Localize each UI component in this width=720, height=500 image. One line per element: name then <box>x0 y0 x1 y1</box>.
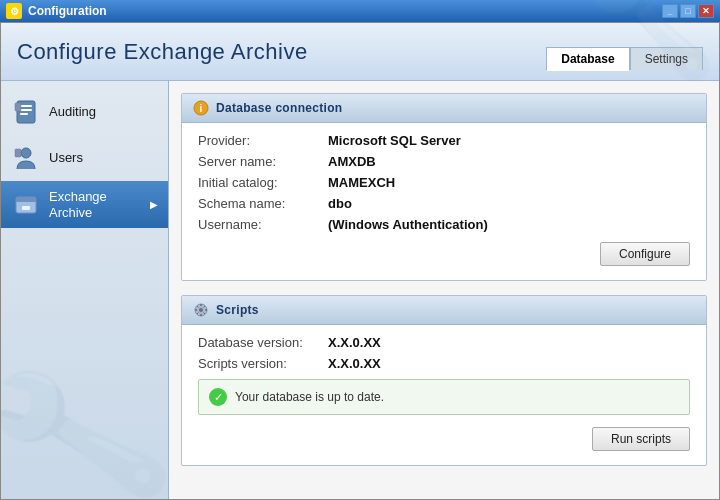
main-panel: i Database connection Provider: Microsof… <box>169 81 719 499</box>
content-area: Auditing Users <box>1 81 719 499</box>
scripts-version-label: Scripts version: <box>198 356 328 371</box>
configure-btn-row: Configure <box>198 238 690 266</box>
auditing-icon <box>11 97 41 127</box>
svg-point-5 <box>21 148 31 158</box>
schema-name-value: dbo <box>328 196 352 211</box>
provider-row: Provider: Microsoft SQL Server <box>198 133 690 148</box>
tab-settings[interactable]: Settings <box>630 47 703 70</box>
server-name-label: Server name: <box>198 154 328 169</box>
db-connection-header: i Database connection <box>182 94 706 123</box>
initial-catalog-value: MAMEXCH <box>328 175 395 190</box>
initial-catalog-row: Initial catalog: MAMEXCH <box>198 175 690 190</box>
sidebar-item-exchange-archive[interactable]: Exchange Archive ▶ <box>1 181 168 228</box>
configure-button[interactable]: Configure <box>600 242 690 266</box>
scripts-body: Database version: X.X.0.XX Scripts versi… <box>182 325 706 465</box>
header-tabs[interactable]: Database Settings <box>546 47 703 70</box>
schema-name-label: Schema name: <box>198 196 328 211</box>
window-title: Configuration <box>28 4 107 18</box>
server-name-value: AMXDB <box>328 154 376 169</box>
svg-rect-2 <box>20 109 32 111</box>
run-scripts-btn-row: Run scripts <box>198 423 690 451</box>
svg-rect-1 <box>20 105 32 107</box>
scripts-title: Scripts <box>216 303 259 317</box>
page-title: Configure Exchange Archive <box>17 39 308 65</box>
exchange-archive-label: Exchange Archive <box>49 189 142 220</box>
header: Configure Exchange Archive 🔧 Database Se… <box>1 23 719 81</box>
close-button[interactable]: ✕ <box>698 4 714 18</box>
sidebar-item-users[interactable]: Users <box>1 135 168 181</box>
main-window: Configure Exchange Archive 🔧 Database Se… <box>0 22 720 500</box>
provider-value: Microsoft SQL Server <box>328 133 461 148</box>
svg-text:i: i <box>200 103 203 114</box>
sidebar-item-auditing[interactable]: Auditing <box>1 89 168 135</box>
db-connection-title: Database connection <box>216 101 342 115</box>
app-icon: ⚙ <box>6 3 22 19</box>
arrow-icon: ▶ <box>150 199 158 210</box>
initial-catalog-label: Initial catalog: <box>198 175 328 190</box>
users-label: Users <box>49 150 83 166</box>
svg-rect-3 <box>20 113 28 115</box>
scripts-version-value: X.X.0.XX <box>328 356 381 371</box>
sidebar: Auditing Users <box>1 81 169 499</box>
schema-name-row: Schema name: dbo <box>198 196 690 211</box>
tab-database[interactable]: Database <box>546 47 629 71</box>
svg-rect-6 <box>15 149 21 157</box>
svg-rect-9 <box>22 206 30 210</box>
sidebar-bg-icon: 🔧 <box>1 334 169 499</box>
exchange-archive-icon <box>11 190 41 220</box>
scripts-section: Scripts Database version: X.X.0.XX Scrip… <box>181 295 707 466</box>
svg-rect-4 <box>15 103 21 111</box>
server-name-row: Server name: AMXDB <box>198 154 690 169</box>
users-icon <box>11 143 41 173</box>
status-ok-icon: ✓ <box>209 388 227 406</box>
scripts-icon <box>192 301 210 319</box>
db-connection-body: Provider: Microsoft SQL Server Server na… <box>182 123 706 280</box>
username-value: (Windows Authentication) <box>328 217 488 232</box>
status-text: Your database is up to date. <box>235 390 384 404</box>
scripts-version-row: Scripts version: X.X.0.XX <box>198 356 690 371</box>
status-box: ✓ Your database is up to date. <box>198 379 690 415</box>
db-connection-icon: i <box>192 99 210 117</box>
username-row: Username: (Windows Authentication) <box>198 217 690 232</box>
svg-point-13 <box>199 308 203 312</box>
run-scripts-button[interactable]: Run scripts <box>592 427 690 451</box>
minimize-button[interactable]: _ <box>662 4 678 18</box>
auditing-label: Auditing <box>49 104 96 120</box>
db-version-label: Database version: <box>198 335 328 350</box>
title-bar: ⚙ Configuration _ □ ✕ <box>0 0 720 22</box>
username-label: Username: <box>198 217 328 232</box>
maximize-button[interactable]: □ <box>680 4 696 18</box>
db-connection-section: i Database connection Provider: Microsof… <box>181 93 707 281</box>
window-controls[interactable]: _ □ ✕ <box>662 4 714 18</box>
scripts-header: Scripts <box>182 296 706 325</box>
svg-rect-8 <box>16 197 36 202</box>
db-version-row: Database version: X.X.0.XX <box>198 335 690 350</box>
db-version-value: X.X.0.XX <box>328 335 381 350</box>
provider-label: Provider: <box>198 133 328 148</box>
